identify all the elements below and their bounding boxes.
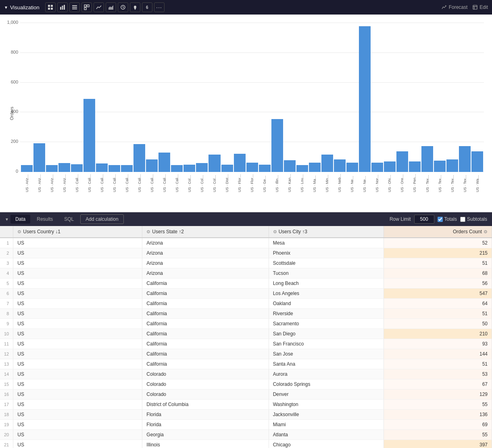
bar-wrapper[interactable] xyxy=(183,23,195,172)
table-row[interactable]: 14 US Colorado Aurora 53 xyxy=(0,369,492,379)
x-axis-label: US · Texas · Houston xyxy=(450,174,454,192)
table-row[interactable]: 7 US California Oakland 64 xyxy=(0,299,492,309)
country-gear-icon[interactable]: ⚙ xyxy=(17,229,21,234)
bar xyxy=(309,163,321,172)
bar-wrapper[interactable] xyxy=(434,23,446,172)
bar-wrapper[interactable] xyxy=(271,23,283,172)
bar xyxy=(146,159,158,172)
bar-wrapper[interactable] xyxy=(158,23,170,172)
bar-wrapper[interactable] xyxy=(96,23,108,172)
table-row[interactable]: 6 US California Los Angeles 547 xyxy=(0,289,492,299)
bar-wrapper[interactable] xyxy=(108,23,120,172)
bar-wrapper[interactable] xyxy=(121,23,133,172)
table-row[interactable]: 13 US California Santa Ana 51 xyxy=(0,359,492,369)
bar-wrapper[interactable] xyxy=(133,23,145,172)
table-row[interactable]: 8 US California Riverside 51 xyxy=(0,309,492,319)
bar-wrapper[interactable] xyxy=(58,23,70,172)
bar-wrapper[interactable] xyxy=(46,23,58,172)
add-calculation-button[interactable]: Add calculation xyxy=(80,214,123,224)
state-cell: Georgia xyxy=(142,430,269,440)
list-icon-btn[interactable] xyxy=(69,2,80,12)
bar-wrapper[interactable] xyxy=(33,23,45,172)
bar-wrapper[interactable] xyxy=(459,23,471,172)
bar-wrapper[interactable] xyxy=(208,23,220,172)
table-row[interactable]: 20 US Georgia Atlanta 55 xyxy=(0,430,492,440)
totals-checkbox[interactable] xyxy=(438,217,443,222)
bar-wrapper[interactable] xyxy=(371,23,383,172)
table-row[interactable]: 21 US Illinois Chicago 397 xyxy=(0,440,492,448)
city-gear-icon[interactable]: ⚙ xyxy=(273,229,277,234)
table-row[interactable]: 15 US Colorado Colorado Springs 67 xyxy=(0,379,492,389)
bar-wrapper[interactable] xyxy=(471,23,483,172)
bar-wrapper[interactable] xyxy=(259,23,271,172)
bar-wrapper[interactable] xyxy=(234,23,246,172)
bar-wrapper[interactable] xyxy=(346,23,358,172)
table-row[interactable]: 1 US Arizona Mesa 52 xyxy=(0,238,492,248)
bar-wrapper[interactable] xyxy=(321,23,333,172)
bar-wrapper[interactable] xyxy=(384,23,396,172)
x-label-wrapper: US · Texas · San Antonio xyxy=(459,172,471,192)
bar-wrapper[interactable] xyxy=(21,23,33,172)
bar-wrapper[interactable] xyxy=(334,23,346,172)
pin-icon-btn[interactable] xyxy=(130,2,140,12)
bar-chart-icon-btn[interactable] xyxy=(57,2,68,12)
orders-cell: 64 xyxy=(384,299,492,309)
bar-wrapper[interactable] xyxy=(196,23,208,172)
bar-wrapper[interactable] xyxy=(296,23,308,172)
bar-wrapper[interactable] xyxy=(71,23,83,172)
tab-results[interactable]: Results xyxy=(32,215,58,224)
bar xyxy=(346,163,358,172)
bottom-chevron-icon[interactable]: ▼ xyxy=(5,217,9,222)
x-label-wrapper: US · Texas · Austin xyxy=(421,172,433,192)
orders-gear-icon[interactable]: ⚙ xyxy=(484,229,488,234)
pivot-icon-btn[interactable] xyxy=(81,2,92,12)
bar-wrapper[interactable] xyxy=(309,23,321,172)
table-row[interactable]: 10 US California San Diego 210 xyxy=(0,329,492,339)
edit-button[interactable]: Edit xyxy=(472,4,488,10)
bar-wrapper[interactable] xyxy=(359,23,371,172)
bar-wrapper[interactable] xyxy=(396,23,408,172)
city-cell: Colorado Springs xyxy=(269,379,384,389)
tab-sql[interactable]: SQL xyxy=(59,215,79,224)
bar xyxy=(33,143,45,172)
table-row[interactable]: 4 US Arizona Tucson 68 xyxy=(0,268,492,278)
totals-checkbox-label[interactable]: Totals xyxy=(438,216,457,222)
table-row[interactable]: 9 US California Sacramento 50 xyxy=(0,319,492,329)
table-row[interactable]: 17 US District of Columbia Washington 55 xyxy=(0,400,492,410)
more-icon-btn[interactable]: ··· xyxy=(154,2,165,12)
bar-wrapper[interactable] xyxy=(409,23,421,172)
table-row[interactable]: 12 US California San Jose 144 xyxy=(0,349,492,359)
table-row[interactable]: 18 US Florida Jacksonville 136 xyxy=(0,410,492,420)
city-cell: San Francisco xyxy=(269,339,384,349)
number-icon-btn[interactable]: 6 xyxy=(142,2,152,12)
bar-wrapper[interactable] xyxy=(446,23,458,172)
area-chart-icon-btn[interactable] xyxy=(106,2,116,12)
bar-wrapper[interactable] xyxy=(171,23,183,172)
state-gear-icon[interactable]: ⚙ xyxy=(146,229,150,234)
bar-wrapper[interactable] xyxy=(246,23,258,172)
table-row[interactable]: 5 US California Long Beach 56 xyxy=(0,278,492,289)
state-cell: California xyxy=(142,309,269,319)
bar-wrapper[interactable] xyxy=(146,23,158,172)
table-row[interactable]: 3 US Arizona Scottsdale 51 xyxy=(0,258,492,268)
table-row[interactable]: 2 US Arizona Phoenix 215 xyxy=(0,248,492,258)
grid-icon-btn[interactable] xyxy=(45,2,56,12)
x-label-wrapper: US · Minnesota · Minneapolis xyxy=(321,172,333,192)
table-row[interactable]: 19 US Florida Miami 69 xyxy=(0,420,492,430)
row-limit-input[interactable] xyxy=(414,215,434,224)
clock-icon-btn[interactable] xyxy=(118,2,128,12)
forecast-button[interactable]: Forecast xyxy=(442,4,468,10)
x-label-wrapper: US · Arizona · Tucson xyxy=(58,172,70,192)
table-row[interactable]: 16 US Colorado Denver 129 xyxy=(0,389,492,400)
bar-wrapper[interactable] xyxy=(284,23,296,172)
table-row[interactable]: 11 US California San Francisco 93 xyxy=(0,339,492,349)
tab-data[interactable]: Data xyxy=(10,215,30,224)
subtotals-checkbox[interactable] xyxy=(460,217,465,222)
bar-wrapper[interactable] xyxy=(221,23,233,172)
bar-wrapper[interactable] xyxy=(421,23,433,172)
subtotals-checkbox-label[interactable]: Subtotals xyxy=(460,216,487,222)
bar-wrapper[interactable] xyxy=(83,23,95,172)
chevron-down-icon[interactable]: ▼ xyxy=(4,5,8,10)
table-body: 1 US Arizona Mesa 52 2 US Arizona Phoeni… xyxy=(0,238,492,448)
line-chart-icon-btn[interactable] xyxy=(94,2,104,12)
